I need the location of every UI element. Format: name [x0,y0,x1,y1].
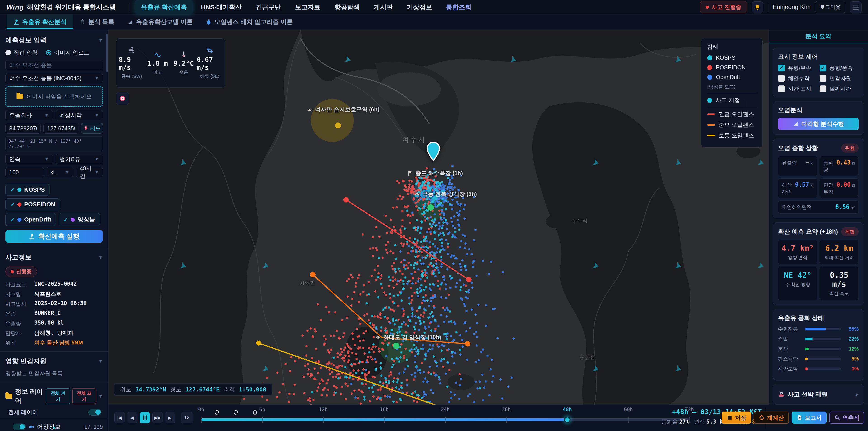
역추적-button[interactable]: 역추적 [829,411,864,424]
wave-icon [154,51,161,58]
checkbox-icon: ✓ [778,65,785,71]
poi-label: 화태도 김 양식장 (10h) [375,334,441,341]
polygon-analysis-button[interactable]: 다각형 분석수행 [778,118,859,130]
chevron-down-icon: ▼ [94,170,99,175]
display-check-민감자원[interactable]: 민감자원 [819,75,859,82]
nav-item[interactable]: HNS·대기확산 [195,0,248,14]
image-dropzone[interactable]: 이미지 파일을 선택하세요 [5,86,103,107]
master-layer-toggle[interactable] [88,409,101,415]
model-chip-앙상블[interactable]: ✓앙상블 [59,213,100,226]
tab-label: 분석 목록 [88,18,115,26]
incident-row-label: 담당자 [5,329,34,337]
tab-drop[interactable]: 오일펜스 배치 알고리즘 이론 [199,14,299,29]
display-check-시간 표시[interactable]: 시간 표시 [778,85,817,92]
nav-item[interactable]: 유출유 확산예측 [135,0,193,14]
보고서-button[interactable]: 보고서 [792,411,827,424]
nav-item[interactable]: 항공탐색 [329,0,366,14]
model-chip-KOSPS[interactable]: ✓KOSPS [5,184,50,196]
layer-toggle[interactable] [13,424,26,430]
map-canvas[interactable]: 8.9 m/s풍속 (SW)1.8 m파고9.2°C수온0.67 m/s해류 (… [108,29,769,405]
shell-icon [375,335,381,340]
weather-label: 수온 [179,69,188,75]
재계산-button[interactable]: 재계산 [754,411,789,424]
timeline-tick[interactable]: 24h [441,407,450,412]
nav-item[interactable]: 통합조회 [440,0,477,14]
layers-all-off-button[interactable]: 전체 끄기 [72,388,96,404]
collapse-chevron-icon[interactable]: ▼ [98,255,103,260]
incident-location-pin[interactable] [425,142,441,161]
incident-search-input[interactable] [5,60,103,70]
amount-input[interactable] [5,167,44,177]
logout-button[interactable]: 로그아웃 [815,1,845,13]
incident-active-badge[interactable]: 사고 진행중 [700,1,747,13]
incident-row-value: 씨프린스호 [34,290,61,298]
playback-speed-button[interactable]: 1× [181,412,193,423]
layers-all-on-button[interactable]: 전체 켜기 [46,388,70,404]
menu-button[interactable] [850,1,862,13]
weathering-bar-분산: 분산12% [778,345,859,352]
unit-select[interactable]: kL ▼ [46,167,73,177]
timeline-thumb[interactable] [564,417,570,423]
incident-info-title: 사고정보 [5,253,32,262]
fast-forward-button[interactable]: ▶▶ [152,412,163,423]
ship-spec-card[interactable]: 사고 선박 제원 ▶ [773,384,864,405]
step-back-button[interactable]: ◀ [127,412,137,423]
display-check-유향/유속[interactable]: ✓유향/유속 [778,64,817,72]
timeline-tick[interactable]: 48h [563,407,572,412]
longitude-input[interactable] [43,123,79,133]
company-select[interactable]: 유출회사 ▼ [5,110,53,120]
analysis-summary-tab[interactable]: 분석 요약 [769,29,868,43]
playback-controls: |◀◀▶▶▶|1× [114,412,193,423]
oil-type-select[interactable]: 벙커C유 ▼ [56,154,103,164]
weather-cell: 8.9 m/s풍속 (SW) [119,47,145,79]
weathering-bar-펜스차단: 펜스차단5% [778,356,859,362]
display-check-해안부착[interactable]: 해안부착 [778,75,817,82]
nav-item[interactable]: 긴급구난 [250,0,287,14]
display-check-날짜시간[interactable]: 날짜시간 [819,85,859,92]
pick-on-map-button[interactable]: 지도 [81,123,103,133]
nav-item[interactable]: 보고자료 [289,0,326,14]
danger-badge: 위험 [841,227,859,236]
timeline-tick[interactable]: 60h [624,407,633,412]
tab-clipboard[interactable]: 분석 목록 [73,14,121,29]
duration-select[interactable]: 48시간 ▼ [76,167,103,177]
timeline-tick[interactable]: 12h [319,407,328,412]
latitude-input[interactable] [5,123,41,133]
tab-microscope[interactable]: 유출유 확산분석 [7,14,73,29]
skip-start-button[interactable]: |◀ [114,412,125,423]
collapse-chevron-icon[interactable]: ▼ [98,359,103,364]
app-title: 해양환경 위기대응 통합시스템 [27,3,116,12]
nav-item[interactable]: 게시판 [368,0,399,14]
ship-spec-title: 사고 선박 제원 [787,390,828,398]
forecast-stat: NE 42°주 확산 방향 [778,267,817,300]
collapse-chevron-icon[interactable]: ▼ [98,38,103,43]
radio-direct-input[interactable]: 직접 입력 [5,49,38,56]
timeline-tick[interactable]: 0h [198,407,204,412]
folder-icon [5,394,12,399]
radio-image-upload[interactable]: 이미지 업로드 [46,49,90,56]
target-icon [119,95,126,102]
recenter-incident-button[interactable] [116,92,129,105]
ruler-icon [127,19,133,25]
time-select[interactable]: 예상시각 ▼ [56,110,103,120]
skip-end-button[interactable]: ▶| [165,412,176,423]
incident-select[interactable]: 여수 유조선 충돌 (INC-0042) ▼ [5,73,103,83]
timeline-track[interactable] [201,418,689,421]
collapse-chevron-icon[interactable]: ▼ [98,394,103,399]
timeline-tick[interactable]: 36h [502,407,511,412]
notifications-button[interactable] [752,1,763,13]
tab-ruler[interactable]: 유출유확산모델 이론 [121,14,199,29]
timeline-tick[interactable]: 18h [380,407,389,412]
weather-value: 8.9 m/s [119,56,145,71]
nav-item[interactable]: 기상정보 [401,0,438,14]
sidebar-scrollbar[interactable] [106,34,107,72]
model-chip-POSEIDON[interactable]: ✓POSEIDON [5,198,60,210]
pause-button[interactable] [140,412,150,423]
저장-button[interactable]: 저장 [722,411,751,424]
timeline-tick[interactable]: 6h [259,407,266,412]
run-forecast-button[interactable]: 확산예측 실행 [5,230,103,243]
forecast-stat: 4.7 km²영향 면적 [778,240,817,265]
spill-type-select[interactable]: 연속 ▼ [5,154,53,164]
display-check-풍향/풍속[interactable]: ✓풍향/풍속 [819,64,859,72]
model-chip-OpenDrift[interactable]: ✓OpenDrift [5,213,56,226]
